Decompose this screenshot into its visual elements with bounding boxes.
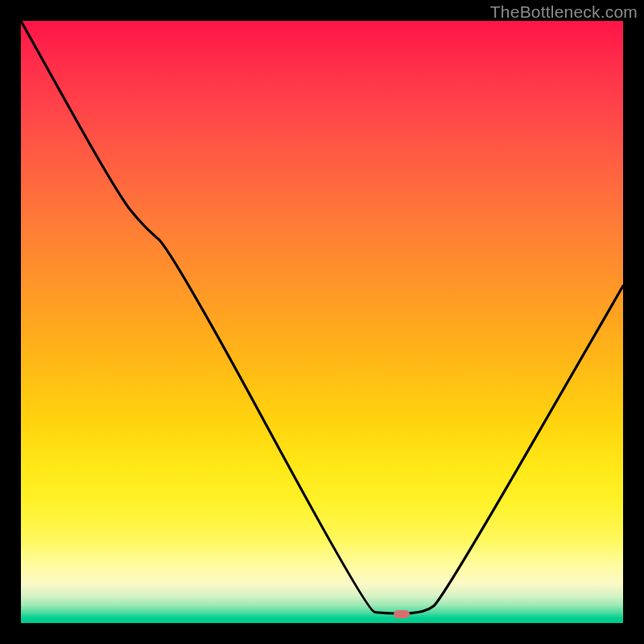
watermark-text: TheBottleneck.com xyxy=(490,2,638,22)
plot-area xyxy=(21,21,623,623)
bottleneck-curve xyxy=(21,21,623,623)
chart-frame: TheBottleneck.com xyxy=(0,0,644,644)
highlight-marker xyxy=(394,610,410,618)
